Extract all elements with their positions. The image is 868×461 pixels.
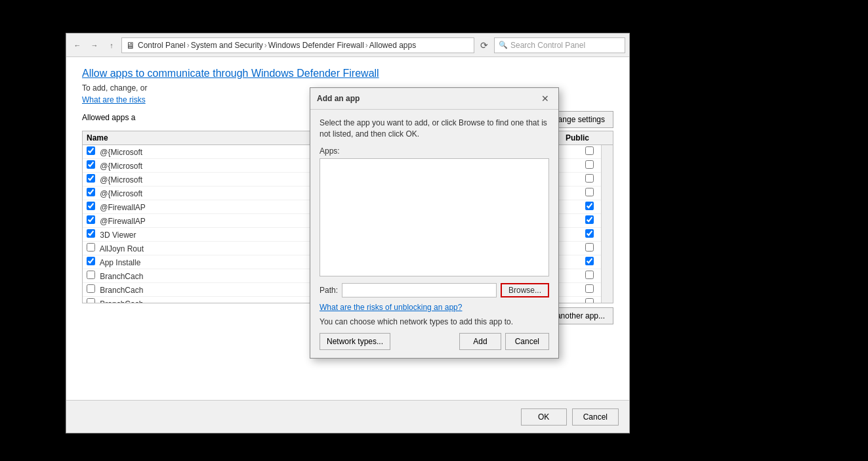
up-button[interactable]: ↑ — [104, 38, 119, 53]
dialog-instruction: Select the app you want to add, or click… — [320, 118, 549, 140]
col-public-header: Public — [558, 133, 597, 143]
address-field[interactable]: 🖥 Control Panel › System and Security › … — [121, 37, 474, 53]
dialog-apps-label: Apps: — [320, 146, 549, 156]
row-check[interactable] — [87, 202, 95, 210]
browse-button[interactable]: Browse... — [501, 283, 549, 297]
breadcrumb-icon: 🖥 — [126, 40, 135, 51]
bottom-area: OK Cancel — [66, 400, 629, 433]
path-input[interactable] — [342, 283, 497, 297]
add-button[interactable]: Add — [459, 333, 501, 350]
row-check[interactable] — [87, 160, 95, 169]
row-check[interactable] — [87, 257, 95, 265]
path-label: Path: — [320, 286, 338, 295]
row-check[interactable] — [87, 271, 95, 279]
add-app-dialog: Add an app ✕ Select the app you want to … — [310, 87, 559, 359]
dialog-title: Add an app — [317, 94, 360, 103]
section-title: Allowed apps a — [82, 113, 135, 122]
dialog-body: Select the app you want to add, or click… — [310, 110, 558, 358]
row-check[interactable] — [87, 174, 95, 183]
row-check[interactable] — [87, 215, 95, 224]
row-check[interactable] — [87, 284, 95, 293]
dialog-path-row: Path: Browse... — [320, 283, 549, 297]
reload-button[interactable]: ⟳ — [477, 38, 491, 53]
dialog-network-note: You can choose which network types to ad… — [320, 317, 549, 326]
page-title: Allow apps to communicate through Window… — [82, 68, 613, 79]
row-check[interactable] — [87, 188, 95, 196]
row-check[interactable] — [87, 229, 95, 238]
dialog-titlebar: Add an app ✕ — [310, 88, 558, 110]
row-check[interactable] — [87, 298, 95, 303]
forward-button[interactable]: → — [87, 38, 102, 53]
dialog-footer: Network types... Add Cancel — [320, 333, 549, 350]
search-box: 🔍 Search Control Panel — [494, 37, 625, 53]
breadcrumb-part-2: System and Security — [191, 41, 263, 50]
dialog-cancel-button[interactable]: Cancel — [505, 333, 549, 350]
search-placeholder-text: Search Control Panel — [510, 41, 585, 50]
cancel-button[interactable]: Cancel — [572, 408, 619, 426]
dialog-apps-list[interactable] — [320, 158, 549, 276]
breadcrumb-part-4: Allowed apps — [369, 41, 416, 50]
address-bar: ← → ↑ 🖥 Control Panel › System and Secur… — [66, 33, 629, 57]
breadcrumb-part-3: Windows Defender Firewall — [268, 41, 364, 50]
network-types-button[interactable]: Network types... — [320, 333, 390, 350]
dialog-close-button[interactable]: ✕ — [539, 92, 552, 105]
breadcrumb-part-1: Control Panel — [138, 41, 186, 50]
ok-button[interactable]: OK — [521, 408, 567, 426]
row-check[interactable] — [87, 146, 95, 155]
row-check[interactable] — [87, 243, 95, 252]
search-icon: 🔍 — [499, 41, 508, 49]
table-scrollbar[interactable] — [601, 145, 613, 303]
back-button[interactable]: ← — [70, 38, 85, 53]
dialog-risks-link[interactable]: What are the risks of unblocking an app? — [320, 303, 549, 312]
dialog-footer-right: Add Cancel — [459, 333, 549, 350]
